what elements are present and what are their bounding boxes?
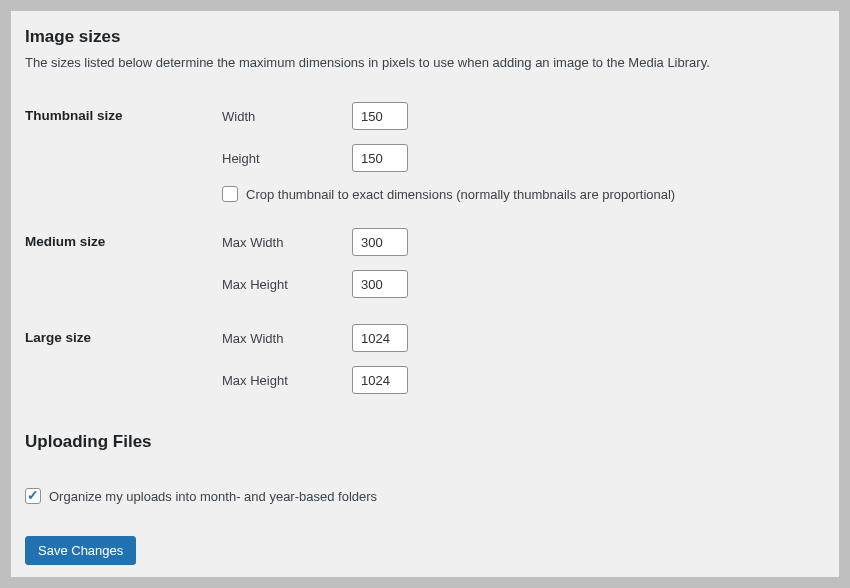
large-max-height-row: Max Height — [222, 366, 825, 394]
organize-uploads-row: Organize my uploads into month- and year… — [25, 488, 825, 504]
large-max-width-input[interactable] — [352, 324, 408, 352]
thumbnail-width-label: Width — [222, 109, 352, 124]
image-sizes-table: Thumbnail size Width Height Crop thumbna… — [25, 92, 825, 404]
medium-size-row: Medium size Max Width Max Height — [25, 218, 825, 308]
uploading-files-heading: Uploading Files — [25, 432, 825, 452]
organize-uploads-label: Organize my uploads into month- and year… — [49, 489, 377, 504]
large-max-height-input[interactable] — [352, 366, 408, 394]
image-sizes-description: The sizes listed below determine the max… — [25, 55, 825, 70]
medium-max-width-input[interactable] — [352, 228, 408, 256]
thumbnail-crop-label: Crop thumbnail to exact dimensions (norm… — [246, 187, 675, 202]
medium-max-height-input[interactable] — [352, 270, 408, 298]
large-size-label: Large size — [25, 314, 222, 404]
medium-max-width-label: Max Width — [222, 235, 352, 250]
large-size-row: Large size Max Width Max Height — [25, 314, 825, 404]
thumbnail-height-label: Height — [222, 151, 352, 166]
thumbnail-width-row: Width — [222, 102, 825, 130]
medium-max-width-row: Max Width — [222, 228, 825, 256]
thumbnail-height-row: Height — [222, 144, 825, 172]
large-max-width-row: Max Width — [222, 324, 825, 352]
thumbnail-width-input[interactable] — [352, 102, 408, 130]
media-settings-panel: Image sizes The sizes listed below deter… — [11, 11, 839, 577]
medium-max-height-row: Max Height — [222, 270, 825, 298]
large-max-width-label: Max Width — [222, 331, 352, 346]
thumbnail-height-input[interactable] — [352, 144, 408, 172]
thumbnail-size-row: Thumbnail size Width Height Crop thumbna… — [25, 92, 825, 212]
thumbnail-size-label: Thumbnail size — [25, 92, 222, 212]
thumbnail-crop-row: Crop thumbnail to exact dimensions (norm… — [222, 186, 825, 202]
medium-max-height-label: Max Height — [222, 277, 352, 292]
save-changes-button[interactable]: Save Changes — [25, 536, 136, 565]
organize-uploads-checkbox[interactable] — [25, 488, 41, 504]
uploading-files-section: Uploading Files Organize my uploads into… — [25, 432, 825, 504]
image-sizes-heading: Image sizes — [25, 27, 825, 47]
thumbnail-crop-checkbox[interactable] — [222, 186, 238, 202]
medium-size-label: Medium size — [25, 218, 222, 308]
large-max-height-label: Max Height — [222, 373, 352, 388]
